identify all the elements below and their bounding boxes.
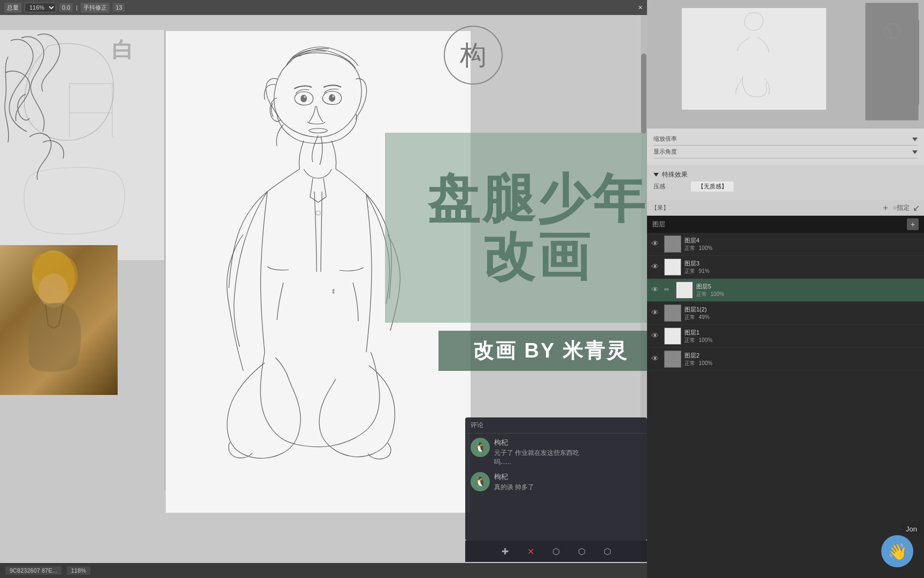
comment-download-btn[interactable]: ⬡ (600, 544, 615, 559)
comment-row-2: 🐧 枸杞 真的谈 帅多了 (471, 472, 642, 492)
comment-more-btn[interactable]: ⬡ (574, 544, 589, 559)
page-indicator-svg (866, 3, 919, 121)
svg-point-6 (301, 95, 307, 102)
layer-eye-5[interactable]: 👁 (651, 354, 661, 364)
layer-mode-text-0: 正常 (684, 245, 695, 251)
layer-info-0: 图层4 正常 100% (684, 237, 920, 252)
pressure-row: 压感 【无质感】 (653, 181, 918, 192)
layers-label: 图层 (652, 220, 665, 229)
layer-eye-0[interactable]: 👁 (651, 239, 661, 249)
add-btn[interactable]: ＋ (881, 202, 890, 214)
layer-eye-3[interactable]: 👁 (651, 308, 661, 318)
toolbar-hand-value: 13 (113, 3, 125, 12)
photo-svg (0, 245, 118, 395)
layer-opacity-0: 100% (699, 245, 713, 251)
svg-point-9 (332, 95, 334, 97)
page-indicator (865, 3, 919, 120)
layer-mode-text-2: 正常 (696, 291, 707, 297)
layer-mode-text-4: 正常 (684, 337, 695, 343)
layer-thumb-5 (664, 351, 681, 368)
right-panel: 缩放倍率 显示角度 特殊效果 压感 【无质感】 【果】 ＋ ○指 (647, 0, 924, 578)
svg-point-8 (329, 94, 335, 102)
svg-point-5 (38, 273, 68, 308)
layer-name-2: 图层5 (696, 283, 920, 291)
add-layer-btn[interactable]: + (907, 218, 919, 230)
comment-add-btn[interactable]: ✚ (497, 544, 512, 559)
username-label: Jon (902, 523, 921, 535)
comment-row-1: 🐧 枸杞 元子了 作业就在发这些东西吃吗...... (471, 438, 642, 467)
layer-item-2[interactable]: 👁 ✏ 图层5 正常 100% (647, 279, 924, 302)
status-bar: 9C8232607 87E... 118% (0, 563, 647, 578)
layer-item-4[interactable]: 👁 图层1 正常 100% (647, 325, 924, 348)
no-texture-value[interactable]: 【无质感】 (691, 181, 734, 192)
prop-divider-1 (653, 145, 918, 146)
subtitle-text: 改画 BY 米青灵 (473, 337, 628, 364)
layer-mode-text-1: 正常 (684, 268, 695, 274)
layer-info-2: 图层5 正常 100% (696, 283, 920, 298)
zoom-select[interactable]: 116% 100% 75% (25, 3, 56, 12)
layer-item-1[interactable]: 👁 图层3 正常 91% (647, 256, 924, 279)
effects-label: 特殊效果 (662, 170, 688, 179)
layer-info-5: 图层2 正常 100% (684, 352, 920, 367)
layer-item-3[interactable]: 👁 图层1(2) 正常 49% (647, 302, 924, 325)
comments-header: 评论 (465, 417, 647, 434)
layer-thumb-4 (664, 328, 681, 345)
comments-toolbar: ✚ ✕ ⬡ ⬡ ⬡ (465, 541, 647, 562)
preview-mini-canvas (682, 8, 826, 110)
layer-name-0: 图层4 (684, 237, 920, 245)
comment-body-1: 枸杞 元子了 作业就在发这些东西吃吗...... (494, 438, 642, 467)
toolbar-angle[interactable]: 0.0 (59, 3, 73, 12)
hand-cursor-btn[interactable]: 👋 (881, 535, 913, 567)
layer-thumb-2 (676, 282, 693, 299)
left-sketch-svg: 白 (0, 30, 166, 260)
layer-item-5[interactable]: 👁 图层2 正常 100% (647, 348, 924, 371)
properties-panel: 缩放倍率 显示角度 (647, 128, 924, 165)
comments-area: 评论 🐧 枸杞 元子了 作业就在发这些东西吃吗...... 🐧 枸杞 真的谈 帅… (465, 417, 647, 541)
select-circle[interactable]: ○指定 (893, 203, 910, 212)
layer-eye-4[interactable]: 👁 (651, 331, 661, 341)
cursor-btn[interactable]: ↙ (913, 203, 920, 213)
file-id: 9C8232607 87E... (5, 566, 61, 575)
layer-mode-3: 正常 49% (684, 314, 920, 321)
layer-name-4: 图层1 (684, 329, 920, 337)
angle-triangle-icon (912, 150, 918, 154)
effects-spacer (653, 194, 918, 197)
canvas-divider (164, 30, 166, 490)
layer-mode-text-3: 正常 (684, 314, 695, 320)
comment-share-btn[interactable]: ⬡ (549, 544, 564, 559)
layer-opacity-1: 91% (699, 268, 710, 274)
angle-label: 显示角度 (653, 148, 691, 156)
comment-text-1: 元子了 作业就在发这些东西吃吗...... (494, 448, 642, 467)
layer-mode-5: 正常 100% (684, 360, 920, 367)
subtitle-overlay: 改画 BY 米青灵 (438, 331, 647, 371)
layers-actions: + (907, 218, 919, 230)
toolbar-hand-label: 手抖修正 (81, 3, 110, 13)
svg-point-7 (304, 96, 306, 98)
preview-area (647, 0, 924, 128)
layers-title-bar: 图层 + (647, 216, 924, 233)
title-line1: 盘腿少年 (427, 170, 647, 228)
layer-info-4: 图层1 正常 100% (684, 329, 920, 344)
layer-eye-1[interactable]: 👁 (651, 262, 661, 272)
layer-item-0[interactable]: 👁 图层4 正常 100% (647, 233, 924, 256)
reference-photo (0, 245, 118, 395)
comment-name-1: 枸杞 (494, 438, 642, 447)
svg-point-10 (316, 211, 320, 215)
svg-rect-0 (70, 83, 112, 113)
scrollbar-thumb[interactable] (641, 54, 646, 134)
layer-eye-2[interactable]: 👁 (651, 285, 661, 295)
comment-avatar-1: 🐧 (471, 438, 490, 457)
layer-mode-text-5: 正常 (684, 360, 695, 366)
layer-opacity-4: 100% (699, 337, 713, 343)
layer-mode-2: 正常 100% (696, 291, 920, 298)
toolbar-close[interactable]: ✕ (638, 4, 643, 11)
comments-label: 评论 (471, 421, 483, 429)
comments-content: 🐧 枸杞 元子了 作业就在发这些东西吃吗...... 🐧 枸杞 真的谈 帅多了 (465, 434, 647, 501)
extra-label: 【果】 (651, 204, 669, 212)
toolbar-separator: | (76, 4, 78, 11)
layer-thumb-0 (664, 235, 681, 253)
comment-like-btn[interactable]: ✕ (523, 544, 538, 559)
prop-divider-2 (653, 158, 918, 158)
pressure-label: 压感 (653, 182, 691, 191)
effects-triangle (653, 173, 659, 177)
